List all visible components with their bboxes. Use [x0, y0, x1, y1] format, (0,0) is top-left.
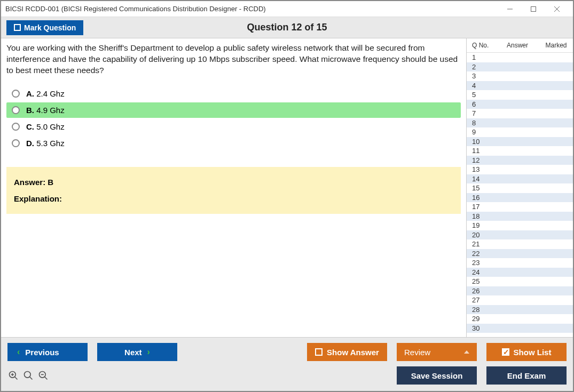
question-list-row[interactable]: 28	[467, 305, 573, 315]
question-number: 9	[472, 128, 476, 136]
svg-line-9	[30, 377, 33, 380]
question-number: 25	[472, 277, 479, 285]
question-number: 4	[472, 82, 476, 90]
question-list-panel: Q No. Answer Marked 12345678910111213141…	[466, 38, 573, 337]
question-number: 29	[472, 315, 479, 323]
maximize-button[interactable]	[522, 2, 545, 17]
chevron-left-icon: ‹	[17, 347, 20, 357]
triangle-up-icon	[464, 350, 469, 354]
zoom-controls	[7, 370, 49, 381]
explanation-label: Explanation:	[14, 194, 453, 203]
question-list-row[interactable]: 12	[467, 156, 573, 165]
question-list-row[interactable]: 8	[467, 118, 573, 128]
option-row[interactable]: C. 5.0 Ghz	[6, 119, 461, 134]
question-number: 20	[472, 231, 479, 239]
question-list-row[interactable]: 9	[467, 127, 573, 137]
question-list-row[interactable]: 2	[467, 62, 573, 72]
review-button[interactable]: Review	[397, 343, 477, 361]
question-list-row[interactable]: 14	[467, 174, 573, 184]
end-exam-button[interactable]: End Exam	[486, 366, 567, 385]
question-list-row[interactable]: 1	[467, 53, 573, 62]
window-title: BICSI RCDD-001 (BICSI Registered Communi…	[5, 5, 498, 13]
question-list-row[interactable]: 15	[467, 183, 573, 193]
radio-icon[interactable]	[12, 106, 20, 114]
question-list-row[interactable]: 16	[467, 193, 573, 203]
question-list-row[interactable]: 24	[467, 268, 573, 277]
question-number: 30	[472, 324, 479, 332]
question-number: 16	[472, 194, 479, 202]
col-marked: Marked	[541, 42, 571, 49]
next-label: Next	[124, 348, 142, 357]
svg-rect-1	[531, 6, 536, 11]
checkbox-icon	[14, 24, 21, 31]
svg-line-5	[15, 377, 18, 380]
radio-icon[interactable]	[12, 90, 20, 98]
option-row[interactable]: D. 5.3 Ghz	[6, 135, 461, 151]
show-list-label: Show List	[514, 348, 552, 357]
question-number: 21	[472, 240, 479, 248]
radio-icon[interactable]	[12, 139, 20, 147]
maximize-icon	[530, 6, 537, 12]
question-list-row[interactable]: 13	[467, 165, 573, 174]
minimize-button[interactable]	[498, 2, 522, 17]
question-list-row[interactable]: 19	[467, 221, 573, 230]
question-number: 3	[472, 72, 476, 80]
svg-point-8	[25, 372, 31, 378]
col-answer: Answer	[493, 42, 541, 49]
svg-line-11	[45, 377, 48, 380]
question-list-row[interactable]: 21	[467, 239, 573, 249]
checkbox-icon	[315, 348, 323, 356]
question-number: 26	[472, 287, 479, 295]
option-label: D. 5.3 Ghz	[26, 139, 65, 148]
option-row[interactable]: B. 4.9 Ghz	[6, 102, 461, 118]
question-list-row[interactable]: 29	[467, 314, 573, 324]
question-list-row[interactable]: 11	[467, 146, 573, 156]
question-list-row[interactable]: 18	[467, 212, 573, 221]
zoom-in-button[interactable]	[7, 370, 19, 381]
question-number: 24	[472, 268, 479, 276]
question-number: 22	[472, 250, 479, 258]
mark-question-button[interactable]: Mark Question	[6, 20, 83, 35]
question-list-row[interactable]: 27	[467, 295, 573, 305]
options-list: A. 2.4 GhzB. 4.9 GhzC. 5.0 GhzD. 5.3 Ghz	[6, 86, 461, 151]
question-number: 7	[472, 109, 476, 117]
save-session-button[interactable]: Save Session	[397, 366, 477, 385]
zoom-out-icon	[38, 370, 49, 381]
question-list-row[interactable]: 10	[467, 137, 573, 147]
close-button[interactable]	[545, 2, 569, 17]
question-list-row[interactable]: 30	[467, 324, 573, 333]
show-list-button[interactable]: Show List	[486, 343, 567, 361]
question-number: 17	[472, 203, 479, 211]
end-exam-label: End Exam	[507, 371, 546, 380]
question-list[interactable]: 1234567891011121314151617181920212223242…	[467, 53, 573, 337]
show-answer-button[interactable]: Show Answer	[307, 343, 387, 361]
mark-question-label: Mark Question	[24, 23, 76, 32]
zoom-out-button[interactable]	[37, 370, 49, 381]
question-list-row[interactable]: 26	[467, 286, 573, 296]
question-number: 8	[472, 119, 476, 127]
question-list-row[interactable]: 7	[467, 109, 573, 118]
question-list-row[interactable]: 6	[467, 100, 573, 109]
question-list-row[interactable]: 20	[467, 230, 573, 240]
question-list-row[interactable]: 5	[467, 90, 573, 100]
question-number: 12	[472, 156, 479, 164]
previous-button[interactable]: ‹ Previous	[7, 343, 88, 361]
question-list-row[interactable]: 4	[467, 81, 573, 91]
question-number: 19	[472, 221, 479, 229]
option-row[interactable]: A. 2.4 Ghz	[6, 86, 461, 101]
next-button[interactable]: Next ›	[97, 343, 177, 361]
question-list-row[interactable]: 3	[467, 71, 573, 81]
question-number: 28	[472, 306, 479, 314]
bottom-bar: ‹ Previous Next › Show Answer Review Sho…	[1, 337, 573, 391]
question-list-header: Q No. Answer Marked	[467, 38, 573, 53]
main-area: You are working with the Sheriff's Depar…	[1, 38, 466, 337]
question-list-row[interactable]: 22	[467, 249, 573, 259]
radio-icon[interactable]	[12, 123, 20, 131]
question-list-row[interactable]: 25	[467, 277, 573, 286]
zoom-button[interactable]	[22, 370, 34, 381]
question-list-row[interactable]: 23	[467, 258, 573, 268]
close-icon	[554, 6, 560, 12]
question-list-row[interactable]: 17	[467, 202, 573, 212]
question-counter: Question 12 of 15	[247, 22, 327, 33]
header-bar: Mark Question Question 12 of 15	[1, 17, 573, 38]
